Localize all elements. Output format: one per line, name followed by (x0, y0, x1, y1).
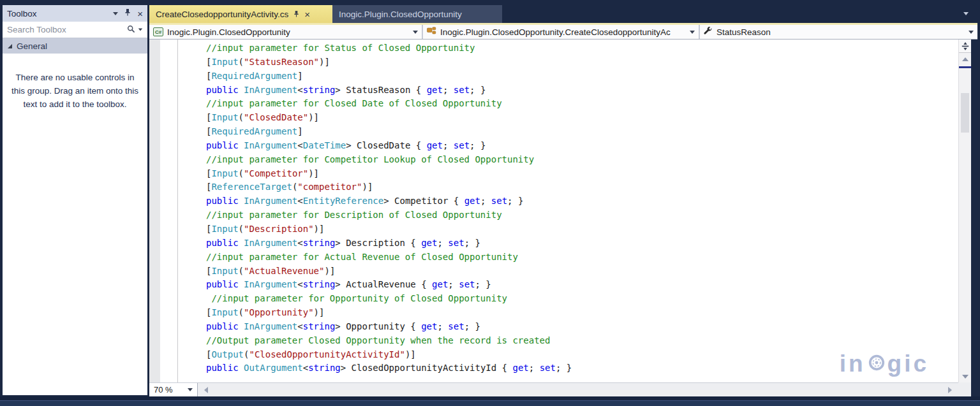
code-line: [Input("ClosedDate")] (206, 111, 572, 125)
toolbox-group-general[interactable]: General (3, 38, 147, 54)
search-input[interactable] (7, 25, 127, 34)
code-line: //input parameter for Description of Clo… (206, 208, 572, 222)
splitter-icon (961, 42, 970, 50)
code-line: [ReferenceTarget("competitor")] (206, 180, 572, 194)
code-line: public InArgument<DateTime> ClosedDate {… (206, 139, 572, 153)
code-line: //input parameter for Opportunity of Clo… (206, 292, 572, 306)
horizontal-scrollbar[interactable]: 70 % (149, 382, 958, 396)
project-dropdown[interactable]: C# Inogic.Plugin.ClosedOpportunity (149, 25, 423, 39)
outlining-margin-line (177, 40, 178, 382)
member-dropdown[interactable]: StatusReason (700, 25, 977, 39)
zoom-level-dropdown[interactable]: 70 % (149, 383, 198, 396)
pin-icon[interactable] (124, 8, 131, 18)
code-line: [Input("Competitor")] (206, 167, 572, 181)
type-dropdown[interactable]: Inogic.Plugin.ClosedOpportunity.CreateCl… (423, 25, 700, 39)
code-line: [RequiredArgument] (206, 69, 572, 83)
window-position-chevron-icon[interactable] (113, 12, 118, 15)
code-line: public InArgument<string> ActualRevenue … (206, 278, 572, 292)
code-line: [Input("Opportunity")] (206, 306, 572, 320)
type-dropdown-label: Inogic.Plugin.ClosedOpportunity.CreateCl… (440, 27, 671, 37)
code-line: //input parameter for Status of Closed O… (206, 41, 572, 55)
class-icon (427, 27, 436, 37)
watermark-text-left: in (840, 351, 866, 377)
code-line: //input parameter for Competitor Lookup … (206, 153, 572, 167)
group-header-label: General (17, 41, 47, 51)
editor-splitter-handle[interactable] (959, 40, 971, 53)
navigation-bar: C# Inogic.Plugin.ClosedOpportunity Inogi… (149, 25, 977, 40)
code-line: [Input("Description")] (206, 222, 572, 236)
project-dropdown-label: Inogic.Plugin.ClosedOpportunity (167, 27, 290, 37)
arrow-up-icon[interactable] (962, 57, 969, 61)
member-dropdown-label: StatusReason (716, 27, 771, 37)
tab-label: Inogic.Plugin.ClosedOpportunity (339, 10, 462, 19)
toolbox-panel: Toolbox × General There are no usable co… (3, 5, 147, 395)
vertical-scrollbar[interactable] (958, 40, 971, 382)
editor-group: CreateClosedopportunityActivity.cs × Ino… (149, 5, 977, 396)
status-bar-inner (0, 400, 980, 406)
chevron-down-icon (969, 31, 974, 34)
wrench-icon (704, 27, 713, 38)
code-line: [Output("ClosedOpportunityActivityId")] (206, 348, 572, 362)
chevron-down-icon (188, 388, 193, 391)
code-line: [Input("ActualRevenue")] (206, 265, 572, 279)
chevron-down-icon (690, 31, 695, 34)
csharp-project-icon: C# (153, 27, 163, 36)
vertical-scrollbar-thumb[interactable] (961, 93, 969, 133)
inogic-watermark: in gic (840, 351, 929, 377)
tab-label: CreateClosedopportunityActivity.cs (156, 10, 288, 19)
toolbox-search (3, 22, 147, 38)
expander-triangle-icon (8, 44, 12, 48)
close-icon[interactable]: × (304, 10, 310, 19)
code-line: public InArgument<string> Opportunity { … (206, 320, 572, 334)
toolbox-empty-message: There are no usable controls in this gro… (3, 54, 147, 112)
pin-icon[interactable] (293, 10, 299, 18)
search-options-chevron-icon[interactable] (138, 29, 142, 31)
code-line: //input parameter for Closed Date of Clo… (206, 97, 572, 111)
arrow-left-icon[interactable] (204, 387, 208, 393)
scrollbar-corner (958, 382, 971, 396)
arrow-right-icon[interactable] (948, 387, 952, 393)
chevron-down-icon (413, 31, 418, 34)
vs-window: Toolbox × General There are no usable co… (0, 0, 980, 406)
close-icon[interactable]: × (137, 9, 143, 18)
code-line: //input parameter for Actual Revenue of … (206, 250, 572, 265)
tab-inogic-plugin-closedopportunity[interactable]: Inogic.Plugin.ClosedOpportunity (332, 5, 502, 23)
search-icon[interactable] (127, 24, 135, 36)
code-line: //Output parameter Closed Opportunity wh… (206, 334, 572, 348)
caret-position-marker (959, 66, 971, 68)
code-editor-viewport[interactable]: //input parameter for Status of Closed O… (149, 40, 958, 382)
arrow-down-icon[interactable] (962, 375, 969, 379)
gear-o-icon (868, 351, 886, 377)
tab-list-chevron-icon[interactable] (963, 12, 969, 15)
code-line: public InArgument<string> Description { … (206, 236, 572, 250)
code-area[interactable]: //input parameter for Status of Closed O… (206, 41, 572, 375)
code-line: [Input("StatusReason")] (206, 55, 572, 69)
code-line: public OutArgument<string> ClosedOpportu… (206, 361, 572, 375)
code-line: public InArgument<string> StatusReason {… (206, 83, 572, 98)
document-tab-well: CreateClosedopportunityActivity.cs × Ino… (149, 5, 977, 23)
code-line: [RequiredArgument] (206, 125, 572, 139)
indicator-margin[interactable] (149, 40, 160, 382)
code-line: public InArgument<EntityReference> Compe… (206, 194, 572, 208)
tab-createclosedopportunityactivity[interactable]: CreateClosedopportunityActivity.cs × (149, 5, 332, 23)
status-bar (0, 396, 980, 406)
toolbox-title: Toolbox (7, 9, 113, 18)
watermark-text-right: gic (887, 351, 929, 377)
zoom-level-value: 70 % (154, 385, 173, 395)
toolbox-titlebar[interactable]: Toolbox × (3, 5, 147, 22)
